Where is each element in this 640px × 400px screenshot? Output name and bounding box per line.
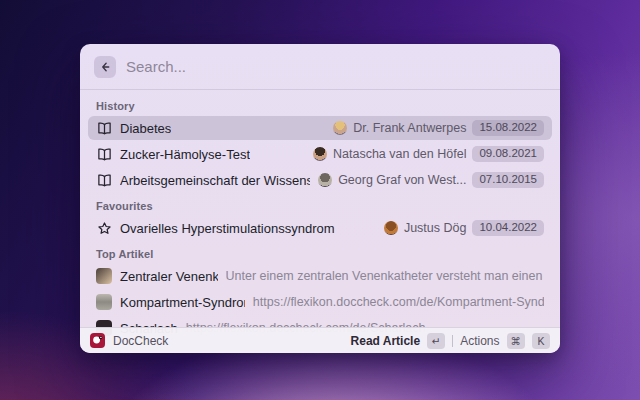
author-avatar bbox=[384, 221, 398, 235]
history-item[interactable]: Zucker-Hämolyse-Test Natascha van den Hö… bbox=[88, 142, 552, 166]
section-header-top-articles: Top Artikel bbox=[88, 242, 552, 264]
desktop-background: { "search": { "placeholder": "Search..."… bbox=[0, 0, 640, 400]
article-thumbnail bbox=[96, 268, 112, 284]
date-badge: 07.10.2015 bbox=[472, 172, 544, 189]
top-article-item[interactable]: Kompartment-Syndrom https://flexikon.doc… bbox=[88, 290, 552, 314]
author-name: Georg Graf von West... bbox=[338, 173, 466, 187]
author-avatar bbox=[318, 173, 332, 187]
book-icon bbox=[96, 146, 112, 162]
command-key-icon: ⌘ bbox=[507, 333, 526, 349]
search-bar bbox=[80, 44, 560, 90]
article-title: Ovarielles Hyperstimulationssyndrom bbox=[120, 221, 335, 236]
article-summary: Unter einem zentralen Venenkatheter vers… bbox=[226, 269, 544, 283]
author-avatar bbox=[313, 147, 327, 161]
book-icon bbox=[96, 172, 112, 188]
article-title: Zentraler Venenkatheter bbox=[120, 269, 218, 284]
author-name: Justus Dög bbox=[404, 221, 467, 235]
app-name: DocCheck bbox=[113, 334, 168, 348]
author-avatar bbox=[333, 121, 347, 135]
section-header-favourites: Favourites bbox=[88, 194, 552, 216]
article-title: Arbeitsgemeinschaft der Wissenschaftlich… bbox=[120, 173, 310, 188]
footer-divider bbox=[452, 335, 453, 347]
history-item[interactable]: Arbeitsgemeinschaft der Wissenschaftlich… bbox=[88, 168, 552, 192]
results-list: History Diabetes Dr. Frank Antwerpes 15.… bbox=[80, 90, 560, 340]
doccheck-logo-icon bbox=[90, 333, 105, 348]
date-badge: 09.08.2021 bbox=[472, 146, 544, 163]
top-article-item[interactable]: Zentraler Venenkatheter Unter einem zent… bbox=[88, 264, 552, 288]
section-header-history: History bbox=[88, 94, 552, 116]
favourite-item[interactable]: Ovarielles Hyperstimulationssyndrom Just… bbox=[88, 216, 552, 240]
article-title: Zucker-Hämolyse-Test bbox=[120, 147, 250, 162]
article-title: Kompartment-Syndrom bbox=[120, 295, 245, 310]
actions-button[interactable]: Actions bbox=[460, 334, 499, 348]
article-title: Diabetes bbox=[120, 121, 171, 136]
history-item[interactable]: Diabetes Dr. Frank Antwerpes 15.08.2022 bbox=[88, 116, 552, 140]
back-button[interactable] bbox=[94, 56, 116, 78]
author-name: Dr. Frank Antwerpes bbox=[353, 121, 466, 135]
date-badge: 15.08.2022 bbox=[472, 120, 544, 137]
return-key-icon: ↵ bbox=[427, 333, 445, 349]
search-window: History Diabetes Dr. Frank Antwerpes 15.… bbox=[80, 44, 560, 353]
book-icon bbox=[96, 120, 112, 136]
read-article-button[interactable]: Read Article bbox=[351, 334, 421, 348]
k-key-icon: K bbox=[532, 333, 550, 349]
article-thumbnail bbox=[96, 294, 112, 310]
action-bar: DocCheck Read Article ↵ Actions ⌘ K bbox=[80, 327, 560, 353]
author-name: Natascha van den Höfel bbox=[333, 147, 466, 161]
search-input[interactable] bbox=[126, 58, 546, 75]
star-icon bbox=[96, 220, 112, 236]
arrow-left-icon bbox=[99, 61, 111, 73]
date-badge: 10.04.2022 bbox=[472, 220, 544, 237]
article-url: https://flexikon.doccheck.com/de/Kompart… bbox=[253, 295, 544, 309]
